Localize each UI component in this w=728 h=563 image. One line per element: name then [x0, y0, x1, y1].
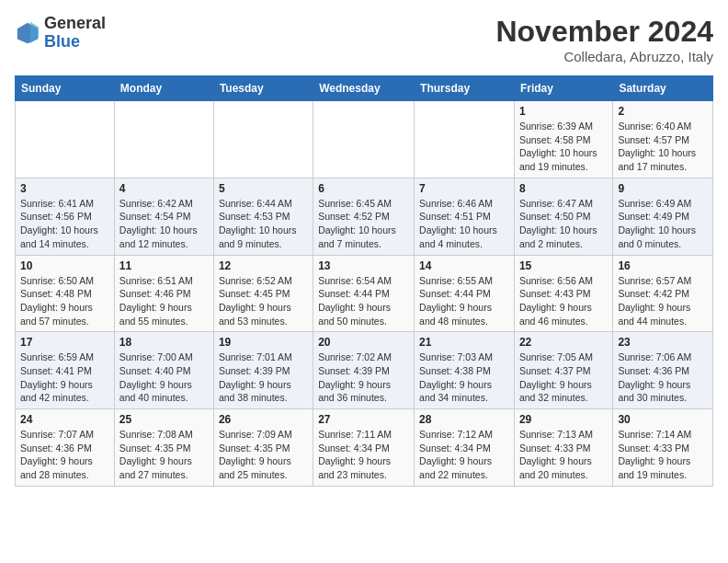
day-number: 18 [119, 336, 209, 349]
day-number: 17 [20, 336, 109, 349]
day-number: 3 [20, 182, 109, 195]
day-of-week-header: Monday [114, 76, 213, 101]
day-info: Sunrise: 6:42 AM Sunset: 4:54 PM Dayligh… [119, 197, 209, 251]
day-number: 27 [318, 413, 409, 426]
calendar-week-row: 24Sunrise: 7:07 AM Sunset: 4:36 PM Dayli… [16, 409, 713, 487]
calendar-cell: 9Sunrise: 6:49 AM Sunset: 4:49 PM Daylig… [613, 178, 713, 255]
svg-marker-1 [30, 22, 39, 43]
calendar-cell: 6Sunrise: 6:45 AM Sunset: 4:52 PM Daylig… [313, 178, 415, 255]
day-number: 5 [219, 182, 308, 195]
day-number: 16 [618, 259, 708, 272]
day-number: 19 [219, 336, 308, 349]
calendar-cell [415, 101, 515, 178]
day-number: 4 [119, 182, 209, 195]
day-number: 12 [219, 259, 308, 272]
calendar-cell: 14Sunrise: 6:55 AM Sunset: 4:44 PM Dayli… [415, 255, 515, 332]
day-number: 21 [419, 336, 509, 349]
day-number: 11 [119, 259, 209, 272]
logo-line2: Blue [44, 33, 106, 52]
logo: General Blue [15, 15, 106, 52]
day-number: 9 [618, 182, 708, 195]
day-number: 7 [419, 182, 509, 195]
calendar-cell: 12Sunrise: 6:52 AM Sunset: 4:45 PM Dayli… [213, 255, 313, 332]
day-number: 2 [618, 105, 708, 118]
day-number: 22 [519, 336, 608, 349]
day-of-week-header: Sunday [16, 76, 115, 101]
calendar-cell: 18Sunrise: 7:00 AM Sunset: 4:40 PM Dayli… [114, 332, 213, 409]
calendar-cell: 4Sunrise: 6:42 AM Sunset: 4:54 PM Daylig… [114, 178, 213, 255]
day-info: Sunrise: 6:39 AM Sunset: 4:58 PM Dayligh… [519, 120, 608, 174]
day-number: 26 [219, 413, 308, 426]
day-number: 15 [519, 259, 608, 272]
day-number: 23 [618, 336, 708, 349]
calendar-cell: 20Sunrise: 7:02 AM Sunset: 4:39 PM Dayli… [313, 332, 415, 409]
calendar-cell: 10Sunrise: 6:50 AM Sunset: 4:48 PM Dayli… [16, 255, 115, 332]
calendar-cell: 24Sunrise: 7:07 AM Sunset: 4:36 PM Dayli… [16, 409, 115, 487]
calendar-header-row: SundayMondayTuesdayWednesdayThursdayFrid… [16, 76, 713, 101]
calendar-cell: 28Sunrise: 7:12 AM Sunset: 4:34 PM Dayli… [415, 409, 515, 487]
day-info: Sunrise: 6:56 AM Sunset: 4:43 PM Dayligh… [519, 274, 608, 328]
calendar-cell: 21Sunrise: 7:03 AM Sunset: 4:38 PM Dayli… [415, 332, 515, 409]
day-number: 13 [318, 259, 409, 272]
day-info: Sunrise: 6:45 AM Sunset: 4:52 PM Dayligh… [318, 197, 409, 251]
day-info: Sunrise: 6:47 AM Sunset: 4:50 PM Dayligh… [519, 197, 608, 251]
day-of-week-header: Wednesday [313, 76, 415, 101]
calendar-week-row: 1Sunrise: 6:39 AM Sunset: 4:58 PM Daylig… [16, 101, 713, 178]
calendar-cell: 26Sunrise: 7:09 AM Sunset: 4:35 PM Dayli… [213, 409, 313, 487]
calendar-cell: 2Sunrise: 6:40 AM Sunset: 4:57 PM Daylig… [613, 101, 713, 178]
calendar-cell: 1Sunrise: 6:39 AM Sunset: 4:58 PM Daylig… [514, 101, 612, 178]
logo-icon [15, 20, 40, 46]
calendar-cell: 19Sunrise: 7:01 AM Sunset: 4:39 PM Dayli… [213, 332, 313, 409]
calendar-week-row: 17Sunrise: 6:59 AM Sunset: 4:41 PM Dayli… [16, 332, 713, 409]
day-info: Sunrise: 6:40 AM Sunset: 4:57 PM Dayligh… [618, 120, 708, 174]
day-info: Sunrise: 7:09 AM Sunset: 4:35 PM Dayligh… [219, 428, 308, 482]
calendar-cell: 15Sunrise: 6:56 AM Sunset: 4:43 PM Dayli… [514, 255, 612, 332]
calendar-cell: 7Sunrise: 6:46 AM Sunset: 4:51 PM Daylig… [415, 178, 515, 255]
day-info: Sunrise: 7:08 AM Sunset: 4:35 PM Dayligh… [119, 428, 209, 482]
day-number: 28 [419, 413, 509, 426]
day-info: Sunrise: 6:57 AM Sunset: 4:42 PM Dayligh… [618, 274, 708, 328]
day-info: Sunrise: 6:55 AM Sunset: 4:44 PM Dayligh… [419, 274, 509, 328]
day-info: Sunrise: 7:14 AM Sunset: 4:33 PM Dayligh… [618, 428, 708, 482]
day-number: 25 [119, 413, 209, 426]
calendar-cell: 23Sunrise: 7:06 AM Sunset: 4:36 PM Dayli… [613, 332, 713, 409]
calendar-cell: 17Sunrise: 6:59 AM Sunset: 4:41 PM Dayli… [16, 332, 115, 409]
day-info: Sunrise: 7:11 AM Sunset: 4:34 PM Dayligh… [318, 428, 409, 482]
calendar-cell: 30Sunrise: 7:14 AM Sunset: 4:33 PM Dayli… [613, 409, 713, 487]
calendar-cell [16, 101, 115, 178]
page-header: General Blue November 2024 Colledara, Ab… [15, 15, 713, 64]
calendar-cell: 11Sunrise: 6:51 AM Sunset: 4:46 PM Dayli… [114, 255, 213, 332]
day-of-week-header: Friday [514, 76, 612, 101]
day-number: 6 [318, 182, 409, 195]
day-info: Sunrise: 6:49 AM Sunset: 4:49 PM Dayligh… [618, 197, 708, 251]
day-of-week-header: Saturday [613, 76, 713, 101]
day-info: Sunrise: 7:07 AM Sunset: 4:36 PM Dayligh… [20, 428, 109, 482]
calendar-cell: 29Sunrise: 7:13 AM Sunset: 4:33 PM Dayli… [514, 409, 612, 487]
calendar-cell [114, 101, 213, 178]
title-area: November 2024 Colledara, Abruzzo, Italy [495, 15, 713, 64]
logo-line1: General [44, 15, 106, 33]
day-number: 10 [20, 259, 109, 272]
day-info: Sunrise: 6:52 AM Sunset: 4:45 PM Dayligh… [219, 274, 308, 328]
day-info: Sunrise: 7:01 AM Sunset: 4:39 PM Dayligh… [219, 350, 308, 405]
day-info: Sunrise: 7:05 AM Sunset: 4:37 PM Dayligh… [519, 350, 608, 405]
day-info: Sunrise: 6:41 AM Sunset: 4:56 PM Dayligh… [20, 197, 109, 251]
calendar-cell [213, 101, 313, 178]
calendar-cell: 13Sunrise: 6:54 AM Sunset: 4:44 PM Dayli… [313, 255, 415, 332]
calendar-cell: 3Sunrise: 6:41 AM Sunset: 4:56 PM Daylig… [16, 178, 115, 255]
day-info: Sunrise: 6:50 AM Sunset: 4:48 PM Dayligh… [20, 274, 109, 328]
day-number: 30 [618, 413, 708, 426]
calendar-cell: 27Sunrise: 7:11 AM Sunset: 4:34 PM Dayli… [313, 409, 415, 487]
day-number: 20 [318, 336, 409, 349]
day-info: Sunrise: 6:44 AM Sunset: 4:53 PM Dayligh… [219, 197, 308, 251]
calendar-week-row: 3Sunrise: 6:41 AM Sunset: 4:56 PM Daylig… [16, 178, 713, 255]
calendar-cell [313, 101, 415, 178]
day-info: Sunrise: 7:12 AM Sunset: 4:34 PM Dayligh… [419, 428, 509, 482]
day-of-week-header: Tuesday [213, 76, 313, 101]
day-info: Sunrise: 7:06 AM Sunset: 4:36 PM Dayligh… [618, 350, 708, 405]
day-number: 8 [519, 182, 608, 195]
calendar-cell: 5Sunrise: 6:44 AM Sunset: 4:53 PM Daylig… [213, 178, 313, 255]
calendar-week-row: 10Sunrise: 6:50 AM Sunset: 4:48 PM Dayli… [16, 255, 713, 332]
calendar-cell: 22Sunrise: 7:05 AM Sunset: 4:37 PM Dayli… [514, 332, 612, 409]
day-of-week-header: Thursday [415, 76, 515, 101]
